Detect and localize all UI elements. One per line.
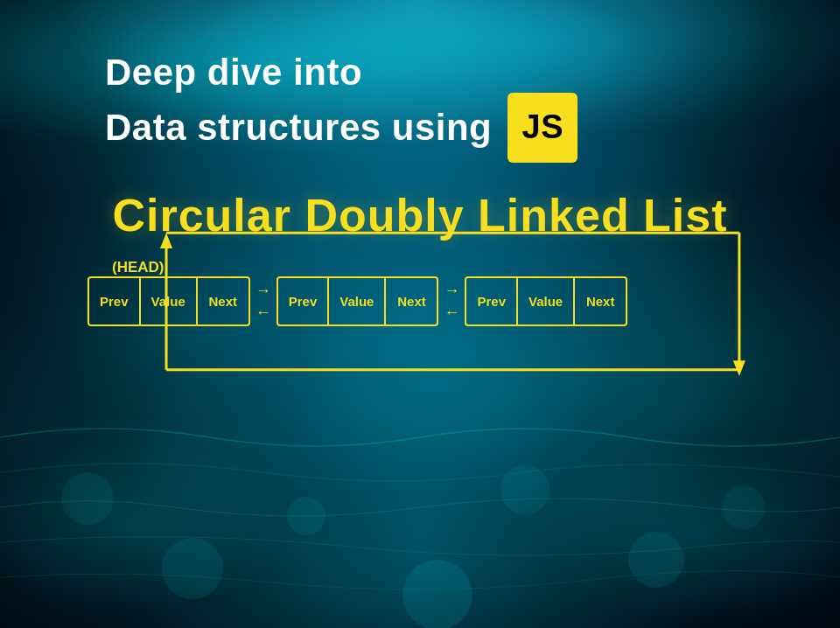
node-2-next: Next bbox=[386, 278, 437, 324]
node-2: Prev Value Next bbox=[276, 276, 439, 326]
nodes-row: Prev Value Next → ← Prev Value Next bbox=[88, 268, 752, 335]
arrow-1-2: → ← bbox=[256, 282, 271, 322]
diagram-area: (HEAD) Prev Value bbox=[0, 268, 840, 335]
title-line2-prefix: Data structures using bbox=[105, 108, 492, 148]
arrow-2-3: → ← bbox=[444, 282, 459, 322]
node-2-prev: Prev bbox=[278, 278, 330, 324]
svg-marker-18 bbox=[733, 361, 746, 377]
node-1: Prev Value Next bbox=[88, 276, 250, 326]
node-1-value: Value bbox=[141, 278, 198, 324]
node-3: Prev Value Next bbox=[465, 276, 627, 326]
js-badge: JS bbox=[508, 93, 578, 163]
title-block: Deep dive into Data structures using JS bbox=[105, 52, 770, 163]
arrow-right-2: → bbox=[444, 282, 459, 300]
title-line2: Data structures using JS bbox=[105, 93, 770, 163]
node-2-value: Value bbox=[329, 278, 386, 324]
subtitle: Circular Doubly Linked List bbox=[0, 189, 840, 241]
node-3-prev: Prev bbox=[466, 278, 518, 324]
arrow-left-1: ← bbox=[256, 304, 271, 322]
node-3-next: Next bbox=[575, 278, 626, 324]
diagram-container: (HEAD) Prev Value bbox=[88, 268, 752, 335]
arrow-left-2: ← bbox=[444, 304, 459, 322]
title-line1: Deep dive into bbox=[105, 52, 770, 93]
top-section: Deep dive into Data structures using JS bbox=[0, 0, 840, 180]
node-3-value: Value bbox=[518, 278, 575, 324]
node-1-next: Next bbox=[198, 278, 248, 324]
arrow-right-1: → bbox=[256, 282, 271, 300]
node-1-prev: Prev bbox=[89, 278, 141, 324]
main-content: Deep dive into Data structures using JS … bbox=[0, 0, 840, 628]
